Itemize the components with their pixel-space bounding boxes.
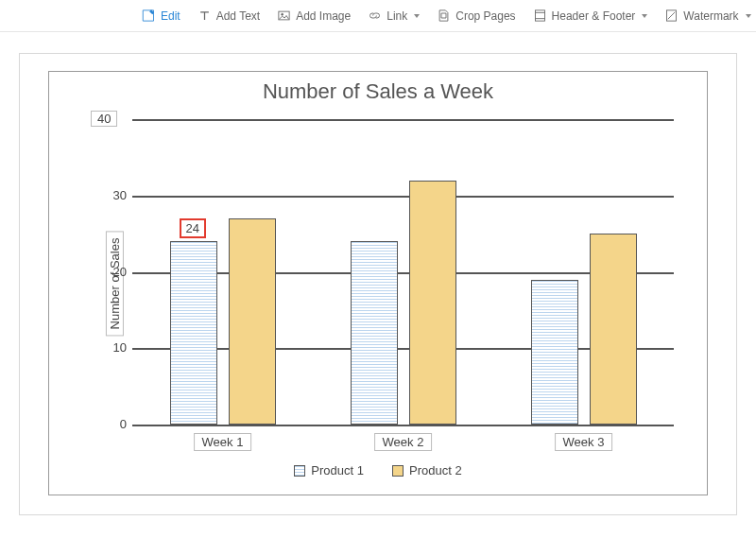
legend-label: Product 2 [409, 463, 462, 477]
crop-pages-label: Crop Pages [455, 9, 515, 23]
legend: Product 1 Product 2 [49, 463, 707, 477]
watermark-icon [664, 9, 679, 23]
gridline [132, 425, 674, 426]
edit-icon [142, 9, 156, 23]
toolbar: Edit Add Text Add Image Link Crop Pages [0, 0, 756, 32]
add-text-button[interactable]: Add Text [198, 9, 260, 23]
gridline [132, 196, 674, 198]
header-footer-button[interactable]: Header & Footer [533, 9, 648, 23]
header-footer-label: Header & Footer [552, 9, 636, 23]
y-tick-label: 10 [98, 340, 127, 355]
y-tick-label: 0 [98, 417, 127, 431]
x-tick-label[interactable]: Week 1 [194, 433, 252, 451]
legend-swatch-icon [392, 465, 404, 477]
svg-rect-2 [535, 10, 544, 21]
y-tick-label: 20 [98, 265, 127, 279]
crop-pages-button[interactable]: Crop Pages [437, 9, 515, 23]
image-icon [277, 9, 291, 23]
legend-item-product-2: Product 2 [392, 463, 462, 477]
edit-button[interactable]: Edit [142, 9, 180, 23]
watermark-label: Watermark [683, 9, 738, 23]
data-label-annotation[interactable]: 24 [180, 218, 206, 238]
chevron-down-icon [642, 14, 647, 18]
legend-label: Product 1 [311, 463, 364, 477]
svg-line-6 [668, 12, 676, 20]
watermark-button[interactable]: Watermark [664, 9, 750, 23]
svg-point-1 [282, 13, 284, 15]
link-label: Link [387, 9, 407, 23]
document-canvas: Number of Sales a Week Number of Sales 0… [19, 53, 737, 515]
header-footer-icon [533, 9, 547, 23]
add-text-label: Add Text [216, 9, 260, 23]
edit-label: Edit [161, 9, 180, 23]
legend-item-product-1: Product 1 [294, 463, 364, 477]
y-tick-label: 30 [98, 188, 127, 202]
bar-product-1[interactable] [531, 280, 578, 425]
bar-product-2[interactable] [229, 218, 276, 425]
link-button[interactable]: Link [368, 9, 420, 23]
bar-product-2[interactable] [590, 234, 637, 425]
chevron-down-icon [414, 14, 420, 18]
x-tick-label[interactable]: Week 2 [374, 433, 433, 451]
plot-area: 010203040Week 1Week 2Week 324 [132, 119, 674, 425]
link-icon [368, 9, 382, 23]
bar-product-1[interactable] [170, 241, 217, 425]
x-tick-label[interactable]: Week 3 [555, 433, 613, 451]
gridline [132, 119, 674, 121]
add-image-button[interactable]: Add Image [277, 9, 351, 23]
chart-title: Number of Sales a Week [49, 79, 707, 104]
bar-product-1[interactable] [351, 241, 398, 425]
chart-container: Number of Sales a Week Number of Sales 0… [48, 71, 708, 495]
chevron-down-icon [746, 14, 751, 18]
crop-icon [437, 9, 451, 23]
bar-product-2[interactable] [409, 181, 456, 425]
legend-swatch-icon [294, 465, 305, 477]
add-image-label: Add Image [296, 9, 351, 23]
text-icon [198, 9, 212, 23]
y-tick-label[interactable]: 40 [91, 111, 117, 127]
chart-body: 010203040Week 1Week 2Week 324 [87, 119, 683, 425]
